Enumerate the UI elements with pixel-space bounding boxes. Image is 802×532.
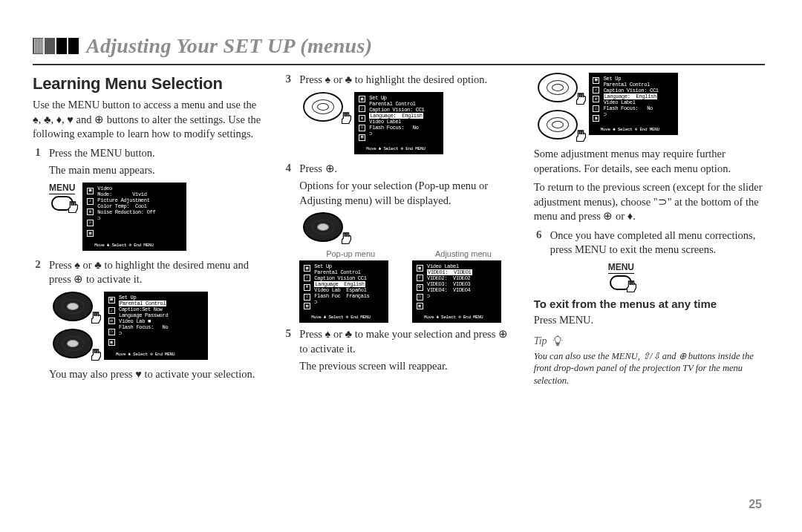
figure-step5: ▦♪⊕⌂▣ Set Up Parental Control Caption Vi… — [534, 73, 765, 139]
figure-step2: ▦♪⊕⌂▣ Set Up Parental Control Caption:Se… — [49, 292, 264, 360]
menu-button-figure: MENU — [608, 262, 634, 290]
page-number: 25 — [749, 498, 762, 511]
lightbulb-icon — [552, 335, 564, 347]
step-1: 1 Press the MENU button. — [33, 146, 264, 161]
remote-pad-figure — [49, 292, 97, 358]
remote-pad-figure — [534, 73, 581, 139]
content-columns: Learning Menu Selection Use the MENU but… — [33, 73, 765, 493]
step6-intro: Some adjustment menus may require furthe… — [534, 147, 765, 176]
step-2: 2 Press ♠ or ♣ to highlight the desired … — [33, 258, 264, 287]
tip-text: You can also use the MENU, ⇧/⇩ and ⊕ but… — [534, 350, 765, 388]
step-text: Press the MENU button. — [49, 146, 264, 161]
hand-icon — [88, 348, 104, 364]
figure-step3: ▦♪⊕⌂▣ Set Up Parental Control Caption Vi… — [299, 92, 514, 154]
hand-icon — [573, 129, 589, 145]
step-number: 3 — [283, 73, 293, 88]
step-text: Once you have completed all menu correct… — [550, 229, 765, 257]
step-text: Press ♠ or ♣ to make your selection and … — [299, 327, 514, 356]
screen-popup: ▦♪⊕⌂▣ Set Up Parental Control Caption Vi… — [299, 260, 388, 323]
step-1-sub: The main menu appears. — [49, 163, 264, 178]
step-5-after: The previous screen will reappear. — [299, 359, 514, 374]
step-number: 5 — [283, 327, 293, 356]
menu-button-figure: MENU — [49, 183, 75, 211]
screen-adjusting: ▦♪⊕⌂▣ Video Label VIDEO1: VIDEO1 VIDEO2:… — [412, 260, 501, 323]
page: Adjusting Your SET UP (menus) Learning M… — [0, 0, 802, 532]
step-6: 6 Once you have completed all menu corre… — [534, 229, 765, 257]
remote-pad-figure — [299, 212, 347, 242]
header-bars-icon — [33, 38, 79, 54]
tip-label: Tip — [534, 335, 547, 347]
figure-step6: MENU — [608, 262, 765, 290]
step-text: Press ⊕. — [299, 162, 514, 177]
chapter-title: Adjusting Your SET UP (menus) — [86, 34, 372, 58]
header-rule — [33, 64, 765, 65]
remote-pad-figure — [299, 92, 347, 122]
hand-icon — [573, 92, 589, 108]
adjusting-menu-label: Adjusting menu — [412, 249, 515, 258]
exit-heading: To exit from the menus at any time — [534, 298, 765, 310]
menu-label: MENU — [49, 183, 75, 194]
tip-row: Tip — [534, 335, 765, 347]
step-text: Press ♠ or ♣ to highlight the desired op… — [299, 73, 514, 88]
section-heading: Learning Menu Selection — [33, 74, 264, 93]
figure-step4-pad — [299, 212, 514, 242]
step-2-after: You may also press ♥ to activate your se… — [49, 367, 264, 382]
screen-setup1: ▦♪⊕⌂▣ Set Up Parental Control Caption:Se… — [104, 292, 208, 360]
chapter-header: Adjusting Your SET UP (menus) — [33, 34, 765, 58]
step-number: 2 — [33, 258, 43, 287]
step-5: 5 Press ♠ or ♣ to make your selection an… — [283, 327, 514, 356]
step6-return: To return to the previous screen (except… — [534, 180, 765, 224]
hand-icon — [88, 311, 104, 327]
step-4-after: Options for your selection (Pop-up menu … — [299, 179, 514, 208]
exit-body: Press MENU. — [534, 313, 765, 328]
hand-icon — [338, 231, 354, 248]
hand-icon — [623, 280, 639, 296]
step-text: Press ♠ or ♣ to highlight the desired me… — [49, 258, 264, 287]
step-4: 4 Press ⊕. — [283, 162, 514, 177]
intro-text: Use the MENU button to access a menu and… — [33, 98, 264, 142]
screen-setup3: ▦♪⊕⌂▣ Set Up Parental Control Caption Vi… — [589, 73, 678, 135]
screen-setup2: ▦♪⊕⌂▣ Set Up Parental Control Caption Vi… — [354, 92, 443, 154]
step-3: 3 Press ♠ or ♣ to highlight the desired … — [283, 73, 514, 88]
hand-icon — [338, 111, 354, 128]
hand-icon — [65, 200, 81, 217]
figure-step4-dual: Pop-up menu ▦♪⊕⌂▣ Set Up Parental Contro… — [299, 249, 514, 323]
screen-main-menu: ▦♪⊕⌂▣ Video Mode: Vivid Picture Adjustme… — [82, 183, 186, 251]
popup-menu-label: Pop-up menu — [299, 249, 402, 258]
step-number: 4 — [283, 162, 293, 177]
menu-label: MENU — [608, 262, 634, 274]
figure-step1: MENU ▦♪⊕⌂▣ Video Mode: Vivid Picture Adj… — [49, 183, 264, 251]
step-number: 1 — [33, 146, 43, 161]
step-number: 6 — [534, 229, 544, 257]
